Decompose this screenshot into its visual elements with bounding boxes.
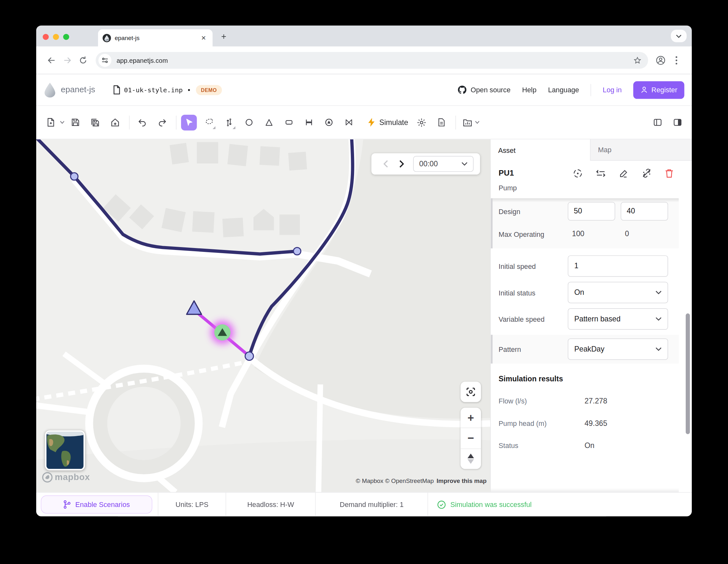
pump-symbol-selected[interactable] (214, 324, 231, 341)
valve-tool-button[interactable] (301, 114, 317, 130)
zoom-in-button[interactable]: + (460, 408, 481, 428)
satellite-thumbnail (46, 432, 84, 469)
delete-trash-icon[interactable] (665, 168, 674, 178)
draw-pipe-tool-button[interactable] (221, 114, 237, 130)
headloss-status[interactable]: Headloss: H-W (226, 493, 315, 516)
improve-map-link[interactable]: Improve this map (436, 477, 486, 484)
login-link[interactable]: Log in (603, 86, 622, 94)
browser-tab[interactable]: epanet-js ✕ (98, 29, 213, 46)
map-visualization-dropdown[interactable] (462, 117, 480, 128)
result-row-flow: Flow (l/s) 27.278 (499, 397, 692, 405)
reservoir-tool-button[interactable] (281, 114, 297, 130)
initial-status-select[interactable]: On (568, 282, 668, 303)
new-tab-button[interactable]: + (218, 32, 229, 43)
maximize-window-button[interactable] (63, 34, 69, 40)
tank-tool-button[interactable] (261, 114, 277, 130)
edit-pencil-icon[interactable] (619, 168, 628, 178)
initial-speed-label: Initial speed (491, 262, 568, 270)
toggle-left-panel-button[interactable] (649, 114, 665, 130)
url-text[interactable]: app.epanetjs.com (117, 56, 633, 64)
variable-speed-select[interactable]: Pattern based (568, 308, 668, 330)
minimize-window-button[interactable] (53, 34, 59, 40)
units-status[interactable]: Units: LPS (158, 493, 226, 516)
macos-window-controls[interactable] (43, 34, 69, 40)
profile-avatar-icon[interactable] (653, 52, 668, 68)
pipe-link[interactable] (36, 139, 297, 254)
design-label: Design (492, 207, 568, 215)
demo-badge: DEMO (196, 85, 222, 95)
chevron-down-icon (656, 347, 662, 351)
site-settings-icon[interactable] (98, 54, 112, 67)
reverse-link-icon[interactable] (596, 169, 606, 178)
toggle-right-panel-button[interactable] (669, 114, 685, 130)
max-operating-head: 0 (621, 230, 674, 238)
person-icon (640, 86, 648, 94)
chevron-down-icon (656, 317, 662, 321)
recenter-map-button[interactable] (460, 382, 481, 402)
tab-asset[interactable]: Asset (491, 139, 591, 161)
header-nav: Open source Help Language Log in Registe… (457, 81, 684, 99)
panel-scrollbar-thumb[interactable] (686, 313, 690, 434)
help-link[interactable]: Help (522, 86, 537, 94)
report-document-button[interactable] (434, 114, 450, 130)
junction-node[interactable] (70, 173, 78, 180)
time-select[interactable]: 00:00 (413, 156, 474, 172)
reload-button[interactable] (75, 52, 91, 68)
settings-gear-button[interactable] (414, 114, 429, 130)
open-source-link[interactable]: Open source (457, 85, 510, 95)
check-valve-tool-button[interactable] (341, 114, 356, 130)
junction-tool-button[interactable] (241, 114, 257, 130)
simulation-results-heading: Simulation results (499, 375, 692, 383)
lasso-select-tool-button[interactable] (201, 114, 217, 130)
register-button[interactable]: Register (633, 81, 684, 99)
demand-multiplier-status[interactable]: Demand multiplier: 1 (315, 493, 428, 516)
forward-button[interactable] (59, 52, 75, 68)
time-control: 00:00 (371, 153, 480, 175)
tab-close-icon[interactable]: ✕ (199, 33, 208, 42)
map-canvas[interactable]: 00:00 + − (36, 139, 490, 492)
pitch-toggle-button[interactable] (460, 449, 481, 469)
enable-scenarios-button[interactable]: Enable Scenarios (41, 495, 153, 514)
tank-symbol[interactable] (186, 301, 201, 314)
basemap-switcher-thumbnail[interactable] (45, 430, 85, 470)
bookmark-star-icon[interactable] (633, 56, 641, 64)
time-previous-button[interactable] (378, 156, 393, 172)
simulate-button[interactable]: Simulate (367, 118, 408, 127)
time-next-button[interactable] (394, 156, 409, 172)
browser-menu-icon[interactable] (668, 52, 684, 68)
junction-node[interactable] (294, 247, 301, 255)
file-group[interactable]: 01-uk-style.inp • (113, 85, 190, 95)
undo-button[interactable] (134, 114, 150, 130)
import-model-button[interactable] (107, 114, 123, 130)
initial-speed-input[interactable] (568, 255, 668, 277)
mapbox-logo[interactable]: mapbox (42, 472, 90, 483)
save-button[interactable] (67, 114, 83, 130)
network-map[interactable] (36, 139, 490, 492)
select-tool-button[interactable] (181, 114, 197, 130)
back-button[interactable] (44, 52, 59, 68)
junction-node[interactable] (245, 352, 253, 360)
app-toolbar: Simulate (36, 106, 692, 139)
language-link[interactable]: Language (548, 86, 579, 94)
right-panel: Asset Map PU1 Pump (490, 139, 692, 492)
pump-tool-button[interactable] (321, 114, 336, 130)
address-bar[interactable]: app.epanetjs.com (95, 52, 648, 69)
pattern-select[interactable]: PeakDay (568, 338, 668, 360)
save-as-button[interactable] (87, 114, 103, 130)
design-flow-input[interactable] (568, 202, 615, 220)
new-file-button[interactable] (43, 114, 58, 130)
tab-map[interactable]: Map (591, 139, 692, 161)
locate-asset-icon[interactable] (573, 168, 583, 178)
map-attribution[interactable]: © Mapbox © OpenStreetMapImprove this map (356, 477, 486, 484)
lightning-bolt-icon (367, 118, 376, 127)
close-window-button[interactable] (43, 34, 49, 40)
design-head-input[interactable] (621, 202, 668, 220)
tab-search-chevron-button[interactable] (671, 30, 687, 42)
new-file-menu-chevron[interactable] (60, 121, 64, 124)
asset-panel-body: PU1 Pump Design (491, 161, 691, 492)
redo-button[interactable] (154, 114, 170, 130)
check-circle-icon (437, 500, 446, 509)
panel-bottom-scroll-shadow (491, 488, 679, 492)
zoom-out-button[interactable]: − (460, 428, 481, 449)
disconnect-icon[interactable] (641, 168, 652, 178)
